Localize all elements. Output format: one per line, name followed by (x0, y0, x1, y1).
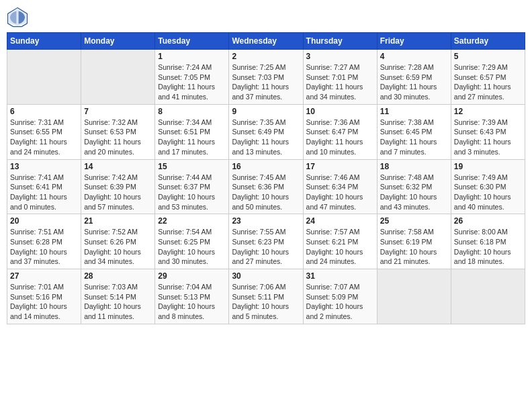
weekday-wednesday: Wednesday (229, 33, 303, 50)
cell-daylight-info: Sunrise: 7:38 AM Sunset: 6:45 PM Dayligh… (380, 118, 448, 157)
calendar-cell: 27Sunrise: 7:01 AM Sunset: 5:16 PM Dayli… (7, 269, 81, 324)
cell-day-number: 20 (10, 216, 78, 226)
calendar-cell: 15Sunrise: 7:44 AM Sunset: 6:37 PM Dayli… (155, 159, 229, 214)
calendar-cell: 28Sunrise: 7:03 AM Sunset: 5:14 PM Dayli… (81, 269, 155, 324)
calendar-cell: 26Sunrise: 8:00 AM Sunset: 6:18 PM Dayli… (451, 214, 525, 269)
calendar-cell (7, 50, 81, 105)
weekday-sunday: Sunday (7, 33, 81, 50)
cell-daylight-info: Sunrise: 7:44 AM Sunset: 6:37 PM Dayligh… (158, 173, 226, 212)
cell-day-number: 1 (158, 52, 226, 61)
cell-day-number: 13 (10, 162, 78, 171)
cell-day-number: 5 (454, 52, 522, 61)
calendar-cell: 21Sunrise: 7:52 AM Sunset: 6:26 PM Dayli… (81, 214, 155, 269)
cell-day-number: 9 (232, 107, 300, 116)
cell-daylight-info: Sunrise: 7:36 AM Sunset: 6:47 PM Dayligh… (306, 118, 374, 157)
calendar-cell: 25Sunrise: 7:58 AM Sunset: 6:19 PM Dayli… (377, 214, 451, 269)
calendar-cell (451, 269, 525, 324)
calendar-header: SundayMondayTuesdayWednesdayThursdayFrid… (7, 33, 525, 50)
cell-daylight-info: Sunrise: 7:48 AM Sunset: 6:32 PM Dayligh… (380, 173, 448, 212)
cell-daylight-info: Sunrise: 7:39 AM Sunset: 6:43 PM Dayligh… (454, 118, 522, 157)
cell-day-number: 22 (158, 216, 226, 226)
cell-daylight-info: Sunrise: 7:41 AM Sunset: 6:41 PM Dayligh… (10, 173, 78, 212)
calendar-cell: 31Sunrise: 7:07 AM Sunset: 5:09 PM Dayli… (303, 269, 377, 324)
cell-day-number: 10 (306, 107, 374, 116)
cell-daylight-info: Sunrise: 7:27 AM Sunset: 7:01 PM Dayligh… (306, 62, 374, 102)
cell-daylight-info: Sunrise: 7:45 AM Sunset: 6:36 PM Dayligh… (232, 173, 300, 212)
calendar-cell: 2Sunrise: 7:25 AM Sunset: 7:03 PM Daylig… (229, 50, 303, 105)
cell-daylight-info: Sunrise: 7:07 AM Sunset: 5:09 PM Dayligh… (306, 282, 374, 322)
calendar-cell: 12Sunrise: 7:39 AM Sunset: 6:43 PM Dayli… (451, 104, 525, 159)
cell-day-number: 19 (454, 162, 522, 171)
cell-day-number: 3 (306, 52, 374, 61)
cell-daylight-info: Sunrise: 8:00 AM Sunset: 6:18 PM Dayligh… (454, 227, 522, 267)
cell-day-number: 24 (306, 216, 374, 226)
calendar-cell: 11Sunrise: 7:38 AM Sunset: 6:45 PM Dayli… (377, 104, 451, 159)
cell-daylight-info: Sunrise: 7:01 AM Sunset: 5:16 PM Dayligh… (10, 282, 78, 322)
cell-day-number: 29 (158, 271, 226, 281)
cell-day-number: 30 (232, 271, 300, 281)
cell-day-number: 6 (10, 107, 78, 116)
cell-day-number: 15 (158, 162, 226, 171)
calendar-cell: 6Sunrise: 7:31 AM Sunset: 6:55 PM Daylig… (7, 104, 81, 159)
calendar-cell: 1Sunrise: 7:24 AM Sunset: 7:05 PM Daylig… (155, 50, 229, 105)
calendar-cell (81, 50, 155, 105)
cell-day-number: 8 (158, 107, 226, 116)
calendar-cell: 8Sunrise: 7:34 AM Sunset: 6:51 PM Daylig… (155, 104, 229, 159)
cell-daylight-info: Sunrise: 7:35 AM Sunset: 6:49 PM Dayligh… (232, 118, 300, 157)
weekday-monday: Monday (81, 33, 155, 50)
cell-daylight-info: Sunrise: 7:58 AM Sunset: 6:19 PM Dayligh… (380, 227, 448, 267)
calendar-cell: 23Sunrise: 7:55 AM Sunset: 6:23 PM Dayli… (229, 214, 303, 269)
calendar-cell: 14Sunrise: 7:42 AM Sunset: 6:39 PM Dayli… (81, 159, 155, 214)
cell-daylight-info: Sunrise: 7:49 AM Sunset: 6:30 PM Dayligh… (454, 173, 522, 212)
cell-day-number: 4 (380, 52, 448, 61)
cell-daylight-info: Sunrise: 7:57 AM Sunset: 6:21 PM Dayligh… (306, 227, 374, 267)
calendar-week-4: 20Sunrise: 7:51 AM Sunset: 6:28 PM Dayli… (7, 214, 525, 269)
weekday-saturday: Saturday (451, 33, 525, 50)
cell-daylight-info: Sunrise: 7:46 AM Sunset: 6:34 PM Dayligh… (306, 173, 374, 212)
cell-daylight-info: Sunrise: 7:24 AM Sunset: 7:05 PM Dayligh… (158, 62, 226, 102)
cell-day-number: 2 (232, 52, 300, 61)
cell-day-number: 28 (84, 271, 152, 281)
cell-day-number: 27 (10, 271, 78, 281)
cell-daylight-info: Sunrise: 7:54 AM Sunset: 6:25 PM Dayligh… (158, 227, 226, 267)
calendar-week-3: 13Sunrise: 7:41 AM Sunset: 6:41 PM Dayli… (7, 159, 525, 214)
weekday-thursday: Thursday (303, 33, 377, 50)
cell-day-number: 18 (380, 162, 448, 171)
weekday-header-row: SundayMondayTuesdayWednesdayThursdayFrid… (7, 33, 525, 50)
calendar-cell: 29Sunrise: 7:04 AM Sunset: 5:13 PM Dayli… (155, 269, 229, 324)
calendar-cell: 5Sunrise: 7:29 AM Sunset: 6:57 PM Daylig… (451, 50, 525, 105)
calendar-cell: 16Sunrise: 7:45 AM Sunset: 6:36 PM Dayli… (229, 159, 303, 214)
cell-daylight-info: Sunrise: 7:03 AM Sunset: 5:14 PM Dayligh… (84, 282, 152, 322)
cell-day-number: 7 (84, 107, 152, 116)
calendar-cell (377, 269, 451, 324)
cell-daylight-info: Sunrise: 7:55 AM Sunset: 6:23 PM Dayligh… (232, 227, 300, 267)
calendar-cell: 7Sunrise: 7:32 AM Sunset: 6:53 PM Daylig… (81, 104, 155, 159)
cell-day-number: 21 (84, 216, 152, 226)
cell-daylight-info: Sunrise: 7:04 AM Sunset: 5:13 PM Dayligh… (158, 282, 226, 322)
calendar-cell: 10Sunrise: 7:36 AM Sunset: 6:47 PM Dayli… (303, 104, 377, 159)
cell-daylight-info: Sunrise: 7:32 AM Sunset: 6:53 PM Dayligh… (84, 118, 152, 157)
calendar-week-5: 27Sunrise: 7:01 AM Sunset: 5:16 PM Dayli… (7, 269, 525, 324)
cell-day-number: 12 (454, 107, 522, 116)
cell-daylight-info: Sunrise: 7:28 AM Sunset: 6:59 PM Dayligh… (380, 62, 448, 102)
calendar-cell: 30Sunrise: 7:06 AM Sunset: 5:11 PM Dayli… (229, 269, 303, 324)
cell-daylight-info: Sunrise: 7:31 AM Sunset: 6:55 PM Dayligh… (10, 118, 78, 157)
cell-daylight-info: Sunrise: 7:52 AM Sunset: 6:26 PM Dayligh… (84, 227, 152, 267)
logo-icon (7, 7, 28, 28)
calendar-cell: 9Sunrise: 7:35 AM Sunset: 6:49 PM Daylig… (229, 104, 303, 159)
cell-day-number: 11 (380, 107, 448, 116)
cell-daylight-info: Sunrise: 7:29 AM Sunset: 6:57 PM Dayligh… (454, 62, 522, 102)
cell-day-number: 17 (306, 162, 374, 171)
cell-day-number: 31 (306, 271, 374, 281)
calendar-cell: 20Sunrise: 7:51 AM Sunset: 6:28 PM Dayli… (7, 214, 81, 269)
calendar-table: SundayMondayTuesdayWednesdayThursdayFrid… (7, 32, 525, 324)
calendar-cell: 4Sunrise: 7:28 AM Sunset: 6:59 PM Daylig… (377, 50, 451, 105)
calendar-cell: 24Sunrise: 7:57 AM Sunset: 6:21 PM Dayli… (303, 214, 377, 269)
weekday-tuesday: Tuesday (155, 33, 229, 50)
calendar-week-1: 1Sunrise: 7:24 AM Sunset: 7:05 PM Daylig… (7, 50, 525, 105)
calendar-body: 1Sunrise: 7:24 AM Sunset: 7:05 PM Daylig… (7, 50, 525, 324)
calendar-cell: 17Sunrise: 7:46 AM Sunset: 6:34 PM Dayli… (303, 159, 377, 214)
calendar-week-2: 6Sunrise: 7:31 AM Sunset: 6:55 PM Daylig… (7, 104, 525, 159)
calendar-cell: 13Sunrise: 7:41 AM Sunset: 6:41 PM Dayli… (7, 159, 81, 214)
cell-daylight-info: Sunrise: 7:42 AM Sunset: 6:39 PM Dayligh… (84, 173, 152, 212)
